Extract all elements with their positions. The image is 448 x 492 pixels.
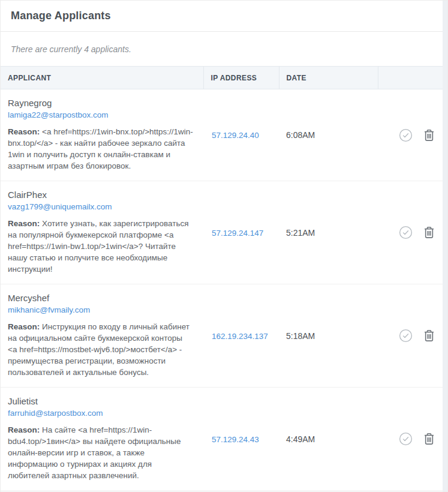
approve-button[interactable]: [399, 329, 413, 343]
date-cell: 5:18AM: [279, 284, 378, 388]
applicant-cell: Raynegrog lamiga22@starpostbox.com Reaso…: [1, 89, 203, 181]
applicant-email-link[interactable]: mikhanic@fvmaily.com: [8, 304, 90, 316]
applicant-reason: Reason: На сайте <a href=https://1win-bd…: [8, 424, 196, 481]
table-row: Julietist farruhid@starpostbox.com Reaso…: [1, 388, 443, 491]
applicant-reason: Reason: <a href=https://1win-bnx.top/>ht…: [8, 126, 196, 172]
approve-button[interactable]: [399, 128, 413, 142]
applicant-email-link[interactable]: farruhid@starpostbox.com: [8, 407, 103, 419]
ip-address-link[interactable]: 57.129.24.43: [212, 435, 259, 444]
reason-label: Reason:: [8, 219, 40, 228]
ip-address-link[interactable]: 57.129.24.147: [212, 229, 263, 238]
check-circle-icon: [399, 432, 413, 446]
delete-button[interactable]: [423, 226, 435, 239]
trash-icon: [423, 226, 435, 239]
applicant-cell: Julietist farruhid@starpostbox.com Reaso…: [1, 388, 203, 491]
ip-address-link[interactable]: 57.129.24.40: [212, 131, 259, 140]
table-row: Raynegrog lamiga22@starpostbox.com Reaso…: [1, 89, 443, 181]
check-circle-icon: [399, 128, 413, 142]
actions-cell: [378, 181, 443, 284]
actions-cell: [378, 388, 443, 491]
applicant-count-summary: There are currently 4 applicants.: [11, 44, 131, 54]
application-time: 5:18AM: [286, 331, 315, 341]
application-time: 4:49AM: [286, 434, 315, 444]
delete-button[interactable]: [423, 329, 435, 343]
applicant-name: Mercyshef: [8, 292, 196, 304]
applicant-cell: ClairPhex vazg1799@uniquemailx.com Reaso…: [1, 181, 203, 284]
table-row: Mercyshef mikhanic@fvmaily.com Reason: И…: [1, 284, 443, 388]
date-cell: 6:08AM: [279, 89, 378, 181]
date-cell: 4:49AM: [279, 388, 378, 491]
applicant-name: ClairPhex: [8, 189, 196, 201]
check-circle-icon: [399, 226, 413, 239]
ip-cell: 57.129.24.147: [203, 181, 279, 284]
applicant-email-link[interactable]: vazg1799@uniquemailx.com: [8, 201, 112, 212]
table-row: ClairPhex vazg1799@uniquemailx.com Reaso…: [1, 181, 443, 284]
trash-icon: [423, 432, 435, 446]
approve-button[interactable]: [399, 226, 413, 239]
applicants-table: APPLICANT IP ADDRESS DATE Raynegrog lami…: [1, 66, 443, 491]
actions-cell: [378, 284, 443, 388]
col-header-applicant: APPLICANT: [1, 67, 203, 89]
reason-label: Reason:: [8, 322, 40, 331]
delete-button[interactable]: [423, 432, 435, 446]
actions-cell: [378, 89, 443, 181]
ip-cell: 162.19.234.137: [203, 284, 279, 388]
panel-content: Manage Applicants There are currently 4 …: [1, 1, 444, 491]
applicant-name: Raynegrog: [8, 97, 196, 109]
scrollbar-track[interactable]: [443, 1, 447, 491]
approve-button[interactable]: [399, 432, 413, 446]
table-header-row: APPLICANT IP ADDRESS DATE: [1, 67, 443, 89]
applicant-reason: Reason: Инструкция по входу в личный каб…: [8, 321, 196, 378]
application-time: 5:21AM: [286, 228, 315, 238]
applicant-email-link[interactable]: lamiga22@starpostbox.com: [8, 109, 109, 121]
col-header-date: DATE: [279, 67, 378, 89]
application-time: 6:08AM: [286, 130, 315, 140]
manage-applicants-panel: Manage Applicants There are currently 4 …: [0, 0, 448, 492]
page-title: Manage Applicants: [11, 10, 111, 22]
reason-label: Reason:: [8, 425, 40, 434]
applicant-reason: Reason: Хотите узнать, как зарегистриров…: [8, 218, 196, 275]
date-cell: 5:21AM: [279, 181, 378, 284]
trash-icon: [423, 329, 435, 343]
trash-icon: [423, 128, 435, 142]
applicant-cell: Mercyshef mikhanic@fvmaily.com Reason: И…: [1, 284, 203, 388]
col-header-actions: [378, 67, 443, 89]
ip-cell: 57.129.24.43: [203, 388, 279, 491]
applicant-name: Julietist: [8, 395, 196, 407]
check-circle-icon: [399, 329, 413, 343]
reason-label: Reason:: [8, 127, 40, 136]
col-header-ip-address: IP ADDRESS: [203, 67, 279, 89]
summary-bar: There are currently 4 applicants.: [1, 32, 443, 66]
delete-button[interactable]: [423, 128, 435, 142]
ip-address-link[interactable]: 162.19.234.137: [212, 332, 268, 341]
panel-header: Manage Applicants: [1, 1, 443, 32]
ip-cell: 57.129.24.40: [203, 89, 279, 181]
